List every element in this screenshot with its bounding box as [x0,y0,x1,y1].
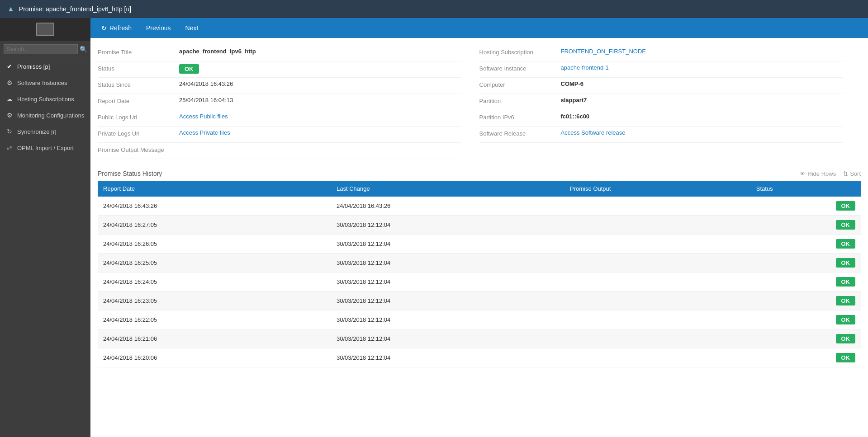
hide-rows-label: Hide Rows [807,170,836,177]
table-row: 24/04/2018 16:27:05 30/03/2018 12:12:04 … [98,216,861,235]
hosting-subscription-value: FRONTEND_ON_FIRST_NODE [561,48,646,55]
col-report-date: Report Date [98,181,331,197]
private-logs-link[interactable]: Access Private files [179,129,230,136]
detail-right: Hosting Subscription FRONTEND_ON_FIRST_N… [479,45,861,159]
previous-button[interactable]: Previous [139,21,178,35]
nav-label-opml-import-export: OPML Import / Export [17,145,74,151]
history-table-header-row: Report Date Last Change Promise Output S… [98,181,861,197]
promise-title-label: Promise Title [98,48,179,56]
next-label: Next [185,24,199,32]
cell-report-date: 24/04/2018 16:27:05 [98,216,331,235]
computer-label: Computer [479,80,561,88]
sidebar-item-synchronize[interactable]: ↻Synchronize [r] [0,123,90,140]
col-promise-output: Promise Output [564,181,751,197]
nav-label-monitoring-configurations: Monitoring Configurations [17,112,84,119]
history-title: Promise Status History [98,170,162,177]
eye-icon: 👁 [800,170,806,177]
cell-last-change: 30/03/2018 12:12:04 [331,254,564,273]
status-since-row: Status Since 24/04/2018 16:43:26 [98,78,461,94]
table-row: 24/04/2018 16:43:26 24/04/2018 16:43:26 … [98,197,861,216]
nav-icon-monitoring-configurations: ⚙ [5,112,14,119]
cell-status: OK [751,254,861,273]
sidebar-item-monitoring-configurations[interactable]: ⚙Monitoring Configurations [0,107,90,123]
report-date-label: Report Date [98,97,179,104]
partition-label: Partition [479,97,561,104]
cell-last-change: 30/03/2018 12:12:04 [331,216,564,235]
sort-icon: ⇅ [843,170,848,177]
table-row: 24/04/2018 16:23:05 30/03/2018 12:12:04 … [98,291,861,310]
status-badge: OK [836,277,856,287]
top-bar: ▲ Promise: apache_frontend_ipv6_http [u] [0,0,868,18]
sidebar-item-software-instances[interactable]: ⚙Software Instances [0,75,90,91]
search-input[interactable] [4,44,78,54]
status-badge: OK [836,201,856,211]
cell-report-date: 24/04/2018 16:43:26 [98,197,331,216]
nav-label-promises: Promises [p] [17,63,50,70]
sidebar: 🔍 ✔Promises [p]⚙Software Instances☁Hosti… [0,18,90,437]
cell-report-date: 24/04/2018 16:21:06 [98,329,331,348]
status-badge: OK [836,353,856,362]
cell-last-change: 30/03/2018 12:12:04 [331,291,564,310]
history-header: Promise Status History 👁 Hide Rows ⇅ Sor… [98,170,861,177]
status-since-value: 24/04/2018 16:43:26 [179,80,233,87]
cell-promise-output [564,310,751,329]
nav-icon-synchronize: ↻ [5,128,14,135]
table-row: 24/04/2018 16:25:05 30/03/2018 12:12:04 … [98,254,861,273]
nav-label-synchronize: Synchronize [r] [17,128,57,135]
software-release-link[interactable]: Access Software release [561,129,626,136]
partition-ipv6-label: Partition IPv6 [479,113,561,121]
next-button[interactable]: Next [178,21,206,35]
table-row: 24/04/2018 16:24:05 30/03/2018 12:12:04 … [98,273,861,291]
nav-icon-hosting-subscriptions: ☁ [5,95,14,103]
cell-promise-output [564,291,751,310]
sidebar-item-opml-import-export[interactable]: ⇄OPML Import / Export [0,140,90,156]
hide-rows-button[interactable]: 👁 Hide Rows [800,170,836,177]
software-instance-row: Software Instance apache-frontend-1 [479,61,843,78]
sidebar-item-promises[interactable]: ✔Promises [p] [0,58,90,75]
promise-title-row: Promise Title apache_frontend_ipv6_http [98,45,461,61]
cell-last-change: 30/03/2018 12:12:04 [331,273,564,291]
software-instance-value: apache-frontend-1 [561,64,609,71]
cell-status: OK [751,329,861,348]
nav-icon-opml-import-export: ⇄ [5,144,14,151]
status-badge: OK [836,258,856,268]
cell-promise-output [564,216,751,235]
table-row: 24/04/2018 16:26:05 30/03/2018 12:12:04 … [98,235,861,254]
cell-last-change: 24/04/2018 16:43:26 [331,197,564,216]
public-logs-value: Access Public files [179,113,228,120]
sidebar-item-hosting-subscriptions[interactable]: ☁Hosting Subscriptions [0,91,90,107]
col-status: Status [751,181,861,197]
public-logs-row: Public Logs Url Access Public files [98,110,461,127]
toolbar: ↻ Refresh Previous Next [90,18,868,38]
public-logs-label: Public Logs Url [98,113,179,121]
partition-ipv6-row: Partition IPv6 fc01::6c00 [479,110,843,127]
status-row: Status OK [98,61,461,78]
top-bar-title: Promise: apache_frontend_ipv6_http [u] [19,5,131,13]
nav-label-software-instances: Software Instances [17,80,67,86]
cell-report-date: 24/04/2018 16:25:05 [98,254,331,273]
sidebar-nav: ✔Promises [p]⚙Software Instances☁Hosting… [0,58,90,437]
cell-promise-output [564,273,751,291]
table-row: 24/04/2018 16:20:06 30/03/2018 12:12:04 … [98,348,861,367]
cell-report-date: 24/04/2018 16:22:05 [98,310,331,329]
hosting-subscription-row: Hosting Subscription FRONTEND_ON_FIRST_N… [479,45,843,61]
promise-title-value: apache_frontend_ipv6_http [179,48,256,55]
refresh-icon: ↻ [101,24,107,32]
partition-ipv6-value: fc01::6c00 [561,113,590,120]
col-last-change: Last Change [331,181,564,197]
report-date-row: Report Date 25/04/2018 16:04:13 [98,94,461,110]
status-badge: OK [836,334,856,343]
hosting-subscription-link[interactable]: FRONTEND_ON_FIRST_NODE [561,48,646,55]
sort-button[interactable]: ⇅ Sort [843,170,861,177]
search-icon[interactable]: 🔍 [80,46,87,53]
private-logs-value: Access Private files [179,129,230,136]
cell-status: OK [751,291,861,310]
status-badge: OK [836,220,856,230]
refresh-button[interactable]: ↻ Refresh [94,21,139,35]
cell-report-date: 24/04/2018 16:24:05 [98,273,331,291]
partition-value: slappart7 [561,97,587,103]
cell-promise-output [564,197,751,216]
public-logs-link[interactable]: Access Public files [179,113,228,120]
software-instance-link[interactable]: apache-frontend-1 [561,64,609,71]
detail-left: Promise Title apache_frontend_ipv6_http … [98,45,479,159]
